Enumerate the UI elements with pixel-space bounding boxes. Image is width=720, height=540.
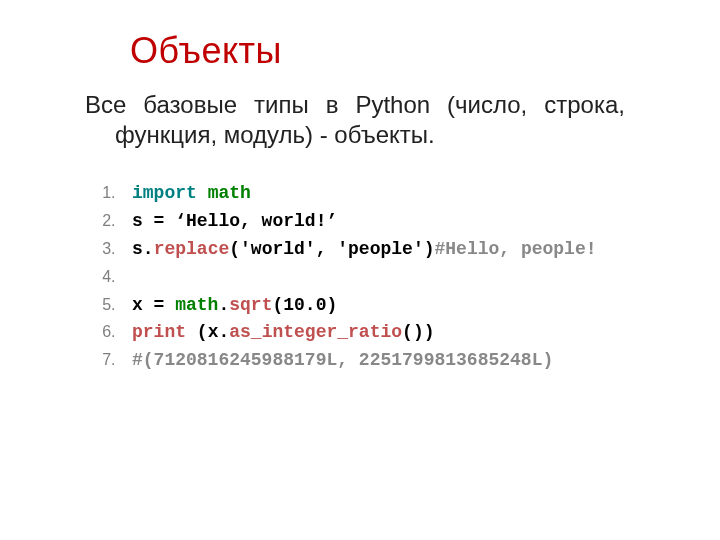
function-name: sqrt [229,295,272,315]
module-ref: math [175,295,218,315]
method-name: replace [154,239,230,259]
code-line-3: s.replace('world', 'people')#Hello, peop… [120,236,660,264]
module-name: math [208,183,251,203]
open-paren: ( [186,322,208,342]
assignment: s = ‘Hello, world!’ [132,211,337,231]
object-ref: x [208,322,219,342]
method-name: as_integer_ratio [229,322,402,342]
code-line-2: s = ‘Hello, world!’ [120,208,660,236]
code-line-1: import math [120,180,660,208]
code-line-6: print (x.as_integer_ratio()) [120,319,660,347]
assign-lhs: x = [132,295,175,315]
dot: . [218,295,229,315]
keyword-import: import [132,183,197,203]
dot: . [143,239,154,259]
space [197,183,208,203]
keyword-print: print [132,322,186,342]
call-args: (10.0) [272,295,337,315]
code-line-4 [120,264,660,292]
code-line-7: #(7120816245988179L, 2251799813685248L) [120,347,660,375]
call-args: ('world', 'people') [229,239,434,259]
slide: Объекты Все базовые типы в Python (число… [0,0,720,540]
dot: . [218,322,229,342]
blank-line [132,267,143,287]
code-block: import math s = ‘Hello, world!’ s.replac… [70,180,660,375]
code-line-5: x = math.sqrt(10.0) [120,292,660,320]
inline-comment: #Hello, people! [434,239,596,259]
call-tail: ()) [402,322,434,342]
object-ref: s [132,239,143,259]
subtitle-text: Все базовые типы в Python (число, строка… [85,90,625,150]
output-comment: #(7120816245988179L, 2251799813685248L) [132,350,553,370]
page-title: Объекты [130,30,660,72]
